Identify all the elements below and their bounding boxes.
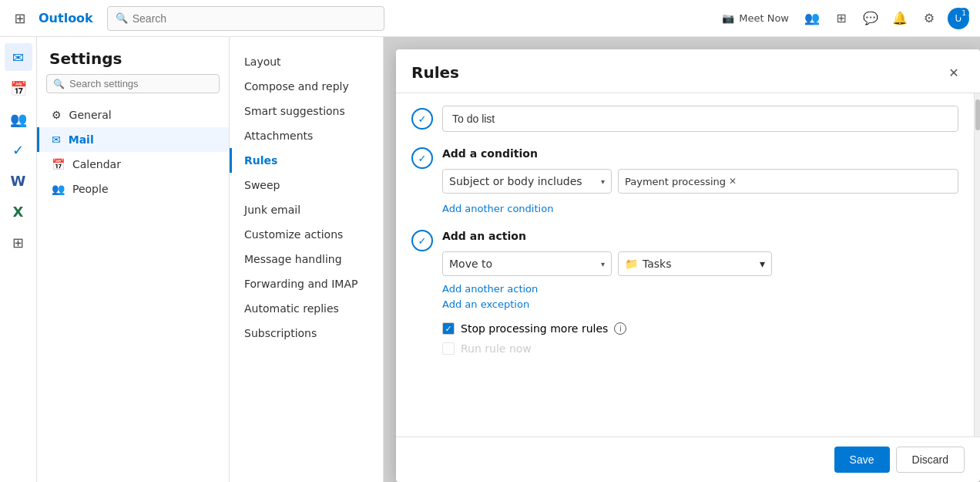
- mail-label: Mail: [69, 133, 94, 146]
- menu-forwarding-imap[interactable]: Forwarding and IMAP: [230, 271, 383, 296]
- condition-section: ✓ Add a condition Subject or body includ…: [411, 147, 958, 217]
- menu-customize-actions[interactable]: Customize actions: [230, 222, 383, 247]
- condition-row: Subject or body includes ▾ Payment proce…: [442, 169, 958, 194]
- settings-nav-general[interactable]: ⚙ General: [37, 103, 229, 127]
- settings-nav-mail[interactable]: ✉ Mail: [37, 127, 229, 152]
- condition-value-input[interactable]: Payment processing ✕: [618, 169, 958, 194]
- topbar: ⊞ Outlook 🔍 📷 Meet Now 👥 ⊞ 💬 🔔 ⚙ U 1: [0, 0, 980, 37]
- condition-tag-text: Payment processing: [625, 176, 726, 187]
- rail-calendar-icon[interactable]: 📅: [5, 74, 32, 102]
- condition-tag: Payment processing ✕: [625, 176, 737, 187]
- dialog-footer: Save Discard: [396, 436, 980, 482]
- settings-search-icon: 🔍: [53, 79, 65, 89]
- people-nav-icon: 👥: [52, 183, 65, 195]
- menu-automatic-replies[interactable]: Automatic replies: [230, 296, 383, 321]
- save-button[interactable]: Save: [834, 447, 890, 473]
- calendar-label: Calendar: [72, 158, 121, 170]
- rail-word-icon[interactable]: W: [5, 167, 32, 194]
- menu-sweep[interactable]: Sweep: [230, 173, 383, 197]
- action-row: Move to ▾ 📁 Tasks ▾: [442, 251, 958, 276]
- dialog-scrollbar[interactable]: [974, 93, 980, 436]
- run-rule-checkbox[interactable]: [442, 342, 455, 355]
- folder-chevron-icon: ▾: [760, 258, 765, 270]
- stop-processing-checkbox[interactable]: ✓: [442, 322, 455, 335]
- general-label: General: [69, 109, 112, 121]
- action-type-select[interactable]: Move to ▾: [442, 251, 612, 276]
- notification-badge: 1: [958, 8, 969, 19]
- dialog-body: ✓ ✓ Add a condition Sub: [396, 93, 974, 436]
- search-bar[interactable]: 🔍: [107, 6, 384, 31]
- rules-dialog: Rules ✕ ✓ ✓: [396, 49, 980, 482]
- step-1-circle: ✓: [411, 108, 433, 130]
- menu-compose-reply[interactable]: Compose and reply: [230, 74, 383, 99]
- meet-now-button[interactable]: 📷 Meet Now: [716, 9, 795, 27]
- action-chevron-icon: ▾: [601, 260, 605, 268]
- bell-icon-btn[interactable]: 🔔: [888, 6, 912, 31]
- action-type-value: Move to: [449, 258, 492, 270]
- menu-attachments[interactable]: Attachments: [230, 123, 383, 148]
- menu-layout[interactable]: Layout: [230, 49, 383, 74]
- scrollbar-thumb: [975, 99, 980, 130]
- add-condition-title: Add a condition: [442, 147, 958, 160]
- stop-processing-row: ✓ Stop processing more rules i: [442, 322, 958, 335]
- add-exception-link[interactable]: Add an exception: [442, 295, 529, 313]
- content-area: Rules ✕ ✓ ✓: [384, 37, 980, 482]
- dialog-header: Rules ✕: [396, 49, 980, 93]
- settings-search-box[interactable]: 🔍: [46, 74, 220, 93]
- people-icon-btn[interactable]: 👥: [800, 6, 824, 31]
- menu-junk-email[interactable]: Junk email: [230, 197, 383, 222]
- chat-icon-btn[interactable]: 💬: [858, 6, 883, 31]
- main-layout: ✉ 📅 👥 ✓ W X ⊞ Settings 🔍 ⚙ General ✉ Mai…: [0, 37, 980, 482]
- discard-button[interactable]: Discard: [896, 447, 965, 473]
- menu-message-handling[interactable]: Message handling: [230, 247, 383, 271]
- menu-smart-suggestions[interactable]: Smart suggestions: [230, 99, 383, 123]
- action-folder-select[interactable]: 📁 Tasks ▾: [618, 251, 772, 276]
- rule-name-input[interactable]: [442, 106, 958, 132]
- menu-rules[interactable]: Rules: [230, 148, 383, 173]
- checkmark-icon: ✓: [418, 113, 427, 125]
- rail-tasks-icon[interactable]: ✓: [5, 136, 32, 163]
- action-folder-value: Tasks: [643, 258, 672, 270]
- search-input[interactable]: [133, 12, 376, 25]
- add-action-title: Add an action: [442, 230, 958, 242]
- step-2-circle: ✓: [411, 147, 433, 169]
- add-another-condition-link[interactable]: Add another condition: [442, 200, 958, 217]
- step-3-circle: ✓: [411, 230, 433, 251]
- folder-icon: 📁: [625, 258, 638, 270]
- rail-more-apps-icon[interactable]: ⊞: [5, 228, 32, 256]
- menu-subscriptions[interactable]: Subscriptions: [230, 321, 383, 345]
- rule-name-row: ✓: [411, 106, 958, 132]
- condition-type-value: Subject or body includes: [449, 175, 582, 187]
- calendar-nav-icon: 📅: [52, 158, 65, 170]
- settings-nav-calendar[interactable]: 📅 Calendar: [37, 152, 229, 177]
- settings-search-input[interactable]: [69, 78, 213, 89]
- meet-now-label: Meet Now: [739, 12, 789, 24]
- rail-excel-icon[interactable]: X: [5, 197, 32, 225]
- people-label: People: [72, 183, 109, 195]
- condition-tag-remove[interactable]: ✕: [729, 176, 737, 187]
- partial-row: Run rule now: [442, 342, 958, 355]
- camera-icon: 📷: [722, 12, 734, 24]
- general-icon: ⚙: [52, 109, 62, 121]
- action-section: ✓ Add an action Move to ▾ 📁: [411, 230, 958, 310]
- waffle-icon[interactable]: ⊞: [9, 8, 31, 29]
- grid-icon-btn[interactable]: ⊞: [829, 6, 854, 31]
- condition-chevron-icon: ▾: [601, 177, 605, 186]
- settings-icon-btn[interactable]: ⚙: [917, 6, 941, 31]
- settings-title: Settings: [37, 37, 229, 74]
- action-check-icon: ✓: [418, 235, 427, 247]
- checkbox-check-icon: ✓: [445, 324, 451, 334]
- rail-people-icon[interactable]: 👥: [5, 105, 32, 133]
- rail-mail-icon[interactable]: ✉: [5, 43, 32, 71]
- stop-processing-info-icon[interactable]: i: [614, 322, 626, 335]
- topbar-right: 📷 Meet Now 👥 ⊞ 💬 🔔 ⚙ U 1: [716, 6, 971, 31]
- dialog-title: Rules: [411, 63, 459, 82]
- settings-nav-people[interactable]: 👥 People: [37, 177, 229, 201]
- app-rail: ✉ 📅 👥 ✓ W X ⊞: [0, 37, 37, 482]
- avatar-btn[interactable]: U 1: [946, 6, 971, 31]
- run-rule-label: Run rule now: [461, 342, 532, 355]
- dialog-close-button[interactable]: ✕: [943, 62, 965, 83]
- condition-type-select[interactable]: Subject or body includes ▾: [442, 169, 612, 194]
- action-content: Add an action Move to ▾ 📁 Tasks ▾: [442, 230, 958, 310]
- condition-content: Add a condition Subject or body includes…: [442, 147, 958, 217]
